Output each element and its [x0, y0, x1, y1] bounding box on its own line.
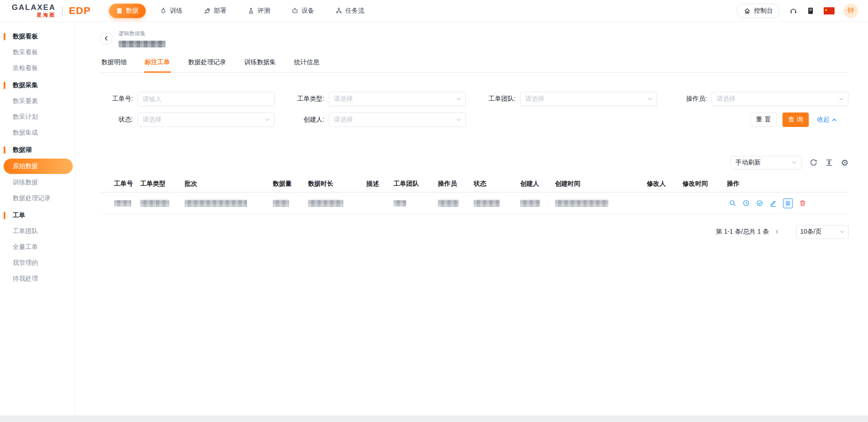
sidebar-item-pending-for-me[interactable]: 待我处理: [0, 271, 75, 286]
edit-icon[interactable]: [769, 199, 777, 207]
redacted-cell: [438, 200, 459, 207]
tab-statistics[interactable]: 统计信息: [293, 55, 320, 72]
sidebar-group-collection: 数据采集 数采要素 数采计划 数据集成: [0, 78, 75, 141]
column-header: 数据时长: [308, 180, 366, 188]
select-placeholder: 请选择: [142, 116, 161, 124]
nav-item-workflow[interactable]: 任务流: [328, 4, 371, 18]
filter-workorder-team: 工单团队: 请选择: [483, 92, 657, 106]
chevron-down-icon: [839, 97, 844, 101]
tab-annotation-workorder[interactable]: 标注工单: [144, 55, 171, 72]
workorder-team-select[interactable]: 请选择: [520, 92, 657, 106]
home-icon: [744, 7, 751, 14]
filter-label: 工单号:: [100, 95, 133, 103]
workorder-table: 工单号 工单类型 批次 数据量 数据时长 描述 工单团队 操作员 状态 创建人 …: [100, 176, 849, 214]
sidebar-item-collect-elements[interactable]: 数采要素: [0, 94, 75, 109]
search-button[interactable]: 查询: [783, 113, 809, 127]
sidebar-item-managed-by-me[interactable]: 我管理的: [0, 255, 75, 271]
nav-item-data[interactable]: 数据: [109, 4, 146, 18]
cell-actions: 去处理 火山内网 公网: [727, 198, 849, 208]
row-height-icon[interactable]: [825, 159, 833, 167]
sidebar-item-qc-dashboard[interactable]: 质检看板: [0, 61, 75, 76]
sidebar-group-title[interactable]: 工单: [0, 208, 75, 223]
check-circle-icon[interactable]: [756, 199, 764, 207]
process-icon-button[interactable]: 去处理 火山内网 公网: [783, 198, 793, 208]
sidebar-group-title[interactable]: 数据采集: [0, 78, 75, 93]
status-select[interactable]: 请选择: [138, 113, 275, 127]
collapse-link[interactable]: 收起: [817, 116, 837, 124]
console-button[interactable]: 控制台: [736, 4, 780, 18]
filter-label: 状态:: [100, 116, 133, 124]
group-indicator-bar: [4, 146, 5, 154]
tab-bar: 数据明细 标注工单 数据处理记录 训练数据集 统计信息: [100, 55, 849, 73]
sidebar-group-title[interactable]: 数据看板: [0, 29, 75, 44]
page-size-select[interactable]: 10条/页: [796, 225, 849, 239]
headset-icon: [789, 7, 797, 15]
select-placeholder: 请选择: [334, 116, 353, 124]
cell-create-time: [555, 200, 647, 207]
page-size-value: 10条/页: [800, 228, 821, 236]
nav-item-training[interactable]: 训练: [153, 4, 190, 18]
reset-button[interactable]: 重置: [750, 113, 777, 127]
column-header: 修改人: [647, 180, 683, 188]
filter-label: 创建人:: [292, 116, 324, 124]
workorder-no-input[interactable]: [142, 95, 270, 103]
sidebar-item-raw-data[interactable]: 原始数据: [4, 159, 73, 174]
nav-item-deploy[interactable]: 部署: [197, 4, 233, 18]
cell-operator: [438, 200, 474, 207]
workorder-type-select[interactable]: 请选择: [329, 92, 466, 106]
tab-data-detail[interactable]: 数据明细: [100, 55, 128, 72]
back-button[interactable]: [100, 33, 112, 44]
sidebar-group-datalake: 数据湖 原始数据 训练数据 数据处理记录: [0, 142, 75, 206]
redacted-cell: [394, 200, 406, 206]
cell-workorder-type: [140, 200, 185, 207]
sidebar-item-training-data[interactable]: 训练数据: [0, 175, 75, 190]
select-placeholder: 请选择: [716, 95, 735, 103]
docs-button[interactable]: [806, 7, 815, 15]
support-button[interactable]: [789, 7, 797, 15]
redacted-cell: [140, 200, 169, 207]
gear-icon[interactable]: ⚙: [841, 159, 849, 167]
history-icon[interactable]: [742, 199, 750, 207]
sidebar-item-data-integration[interactable]: 数据集成: [0, 125, 75, 141]
logo: GALAXEA 星海图 | EDP: [12, 4, 91, 18]
sidebar-item-collect-plan[interactable]: 数采计划: [0, 109, 75, 125]
filter-actions: 重置 查询 收起: [483, 113, 849, 127]
redacted-cell: [520, 200, 540, 207]
group-indicator-bar: [4, 212, 5, 219]
nav-item-devices[interactable]: 设备: [285, 4, 321, 18]
sidebar-item-all-workorders[interactable]: 全量工单: [0, 239, 75, 255]
tab-training-dataset[interactable]: 训练数据集: [243, 55, 277, 72]
chevron-down-icon: [456, 97, 461, 101]
flame-icon: [160, 7, 167, 14]
sidebar-item-collect-dashboard[interactable]: 数采看板: [0, 45, 75, 60]
column-header: 操作: [727, 180, 849, 188]
flask-icon: [247, 7, 255, 14]
filter-operator: 操作员: 请选择: [674, 92, 849, 106]
operator-select[interactable]: 请选择: [711, 92, 849, 106]
user-avatar[interactable]: 钟: [844, 4, 858, 18]
column-header: 操作员: [438, 180, 474, 188]
cell-data-volume: [273, 200, 308, 207]
nav-item-evaluate[interactable]: 评测: [241, 4, 277, 18]
sidebar-item-processing-records[interactable]: 数据处理记录: [0, 191, 75, 206]
tab-processing-records[interactable]: 数据处理记录: [187, 55, 227, 72]
pagination-prev-icon[interactable]: [774, 229, 780, 234]
breadcrumb: 逻辑数据集: [119, 30, 166, 38]
sidebar-item-workorder-teams[interactable]: 工单团队: [0, 224, 75, 239]
sidebar-group-title[interactable]: 数据湖: [0, 142, 75, 158]
redacted-cell: [273, 200, 289, 207]
logo-divider: |: [61, 5, 63, 16]
view-icon[interactable]: [729, 199, 736, 207]
nav-item-label: 部署: [214, 7, 227, 15]
nav-item-label: 训练: [170, 7, 183, 15]
refresh-icon[interactable]: [809, 159, 817, 167]
language-button[interactable]: [824, 7, 835, 14]
database-icon: [116, 7, 123, 14]
delete-icon[interactable]: [799, 199, 806, 207]
filter-label: 工单类型:: [292, 95, 324, 103]
creator-select[interactable]: 请选择: [329, 113, 466, 127]
redacted-cell: [555, 200, 608, 207]
redacted-cell: [114, 200, 131, 206]
refresh-mode-select[interactable]: 手动刷新: [730, 156, 802, 169]
group-indicator-bar: [4, 82, 5, 89]
